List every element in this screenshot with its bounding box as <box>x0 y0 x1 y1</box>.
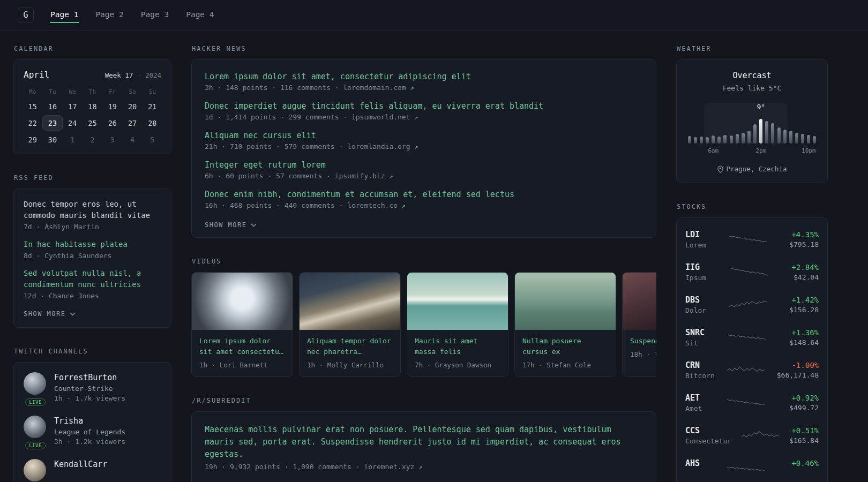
video-title-link[interactable]: Suspendisse diam <box>630 336 656 347</box>
subreddit-post-stats: 19h · 9,932 points · 1,090 comments · <box>205 463 360 471</box>
avatar-wrap <box>24 459 47 481</box>
video-thumbnail[interactable] <box>192 273 293 330</box>
video-thumbnail[interactable] <box>300 273 400 330</box>
stock-sparkline <box>727 363 765 378</box>
stock-symbol: SNRC <box>685 328 728 337</box>
hn-item-domain-link[interactable]: loremtech.co ↗ <box>347 201 406 209</box>
stock-symbol: DBS <box>685 295 729 305</box>
hn-item-domain-link[interactable]: loremlandia.org ↗ <box>347 142 418 150</box>
rss-item-title-link[interactable]: Sed volutpat nulla nisl, a condimentum n… <box>24 268 161 290</box>
calendar-day-headers: Mo Tu We Th Fr Sa Su <box>23 88 162 95</box>
calendar-day-current: 23 <box>42 115 62 131</box>
stock-change: +0.46% <box>765 459 819 468</box>
stock-change: +0.51% <box>779 426 819 435</box>
external-link-icon: ↗ <box>410 84 414 92</box>
video-card[interactable]: Mauris sit amet massa felis 7h · Grayson… <box>407 272 508 377</box>
twitch-channel[interactable]: LIVE ForrestBurton Counter-Strike 1h · 1… <box>24 372 161 402</box>
avatar[interactable] <box>24 459 46 481</box>
weather-bar-current <box>759 119 762 144</box>
stock-symbol: IIG <box>685 262 730 272</box>
weather-bar <box>688 136 691 144</box>
hn-item-domain-link[interactable]: ipsumworld.net ↗ <box>351 113 418 121</box>
calendar-day: 28 <box>143 115 162 131</box>
rss-item-title-link[interactable]: In hac habitasse platea <box>24 239 161 250</box>
avatar[interactable] <box>24 416 46 438</box>
subreddit-post-domain-link[interactable]: loremnet.xyz ↗ <box>364 463 422 471</box>
show-more-label: SHOW MORE <box>24 310 66 318</box>
hn-item-title-link[interactable]: Donec enim nibh, condimentum et accumsan… <box>205 190 643 199</box>
live-badge: LIVE <box>25 398 46 406</box>
page-tabs: Page 1 Page 2 Page 3 Page 4 <box>50 0 215 30</box>
stock-price: $66,171.48 <box>765 371 819 380</box>
stock-price <box>765 469 819 478</box>
live-badge: LIVE <box>25 442 46 449</box>
video-card[interactable]: Lorem ipsum dolor sit amet consectetu… 1… <box>191 272 293 377</box>
rss-item-meta: 8d · Cynthia Saunders <box>24 252 161 260</box>
stock-name <box>685 470 727 478</box>
weather-chart: 9° <box>686 103 818 144</box>
video-thumbnail[interactable] <box>515 273 616 330</box>
rss-show-more-button[interactable]: SHOW MORE <box>24 310 76 318</box>
hn-item-domain: ipsumworld.net <box>351 113 410 121</box>
stock-name: Amet <box>685 404 727 413</box>
calendar-day: 17 <box>63 99 83 114</box>
stock-row: IIG Ipsum +2.84% $42.04 <box>685 256 819 289</box>
hackernews-card: Lorem ipsum dolor sit amet, consectetur … <box>191 59 656 238</box>
app-logo[interactable]: G <box>18 7 34 23</box>
weather-bar <box>700 137 703 144</box>
video-title-link[interactable]: Nullam posuere cursus ex <box>522 336 608 357</box>
channel-name[interactable]: Trisha <box>54 416 125 426</box>
hn-item-domain: loremtech.co <box>347 201 398 209</box>
hn-item-title-link[interactable]: Integer eget rutrum lorem <box>205 160 643 170</box>
stock-change: +4.35% <box>767 230 819 239</box>
video-card[interactable]: Aliquam tempor dolor nec pharetra… 1h · … <box>299 272 401 377</box>
stock-change: +2.84% <box>768 263 819 272</box>
weather-bar <box>783 130 787 144</box>
hn-item-domain: ipsumify.biz <box>335 172 385 180</box>
tab-page-1[interactable]: Page 1 <box>50 7 79 23</box>
stock-sparkline <box>729 232 767 247</box>
hn-item-domain-link[interactable]: loremdomain.com ↗ <box>343 84 414 92</box>
twitch-channel[interactable]: LIVE Trisha League of Legends 3h · 1.2k … <box>24 416 161 446</box>
stock-name: Sit <box>685 339 728 348</box>
video-thumbnail[interactable] <box>623 273 656 330</box>
video-title-link[interactable]: Lorem ipsum dolor sit amet consectetu… <box>199 336 285 357</box>
channel-name[interactable]: KendallCarr <box>54 460 107 469</box>
calendar-day: 2 <box>83 132 102 147</box>
hn-show-more-button[interactable]: SHOW MORE <box>205 221 257 229</box>
video-card[interactable]: Nullam posuere cursus ex 17h · Stefan Co… <box>514 272 616 377</box>
avatar-wrap: LIVE <box>24 416 47 446</box>
stock-name: Lorem <box>685 241 729 250</box>
calendar-year: · 2024 <box>137 71 161 79</box>
hn-item-title-link[interactable]: Aliquam nec cursus elit <box>205 131 643 140</box>
tab-page-2[interactable]: Page 2 <box>95 7 124 23</box>
weather-bar <box>801 134 804 144</box>
weather-bar <box>789 131 792 144</box>
weather-feels-like: Feels like 5°C <box>686 84 818 92</box>
hn-item: Integer eget rutrum lorem 6h · 60 points… <box>205 160 643 180</box>
video-thumbnail[interactable] <box>407 273 508 330</box>
subreddit-post-title-link[interactable]: Maecenas mollis pulvinar erat non posuer… <box>205 424 643 461</box>
hn-item-title-link[interactable]: Donec imperdiet augue tincidunt felis al… <box>205 101 643 111</box>
hn-item-domain-link[interactable]: ipsumify.biz ↗ <box>335 172 393 180</box>
stock-sparkline <box>730 265 768 280</box>
channel-name[interactable]: ForrestBurton <box>54 373 125 382</box>
video-title-link[interactable]: Aliquam tempor dolor nec pharetra… <box>307 336 393 357</box>
page-content: CALENDAR April Week 17 · 2024 Mo Tu We T… <box>0 31 868 482</box>
stock-sparkline <box>727 461 765 476</box>
twitch-channel[interactable]: KendallCarr <box>24 459 161 481</box>
avatar[interactable] <box>24 372 46 395</box>
top-nav: G Page 1 Page 2 Page 3 Page 4 <box>0 0 868 31</box>
rss-item-title-link[interactable]: Donec tempor eros leo, ut commodo mauris… <box>24 199 161 221</box>
stock-name: Dolor <box>685 306 729 315</box>
video-title-link[interactable]: Mauris sit amet massa felis <box>415 336 500 357</box>
stock-price: $795.18 <box>767 240 819 249</box>
rss-card: Donec tempor eros leo, ut commodo mauris… <box>13 189 171 328</box>
tab-page-3[interactable]: Page 3 <box>140 7 169 23</box>
hn-item-title-link[interactable]: Lorem ipsum dolor sit amet, consectetur … <box>205 72 643 81</box>
tab-page-4[interactable]: Page 4 <box>185 7 214 23</box>
stock-price: $165.84 <box>779 436 819 445</box>
video-card[interactable]: Suspendisse diam 18h · Tara <box>622 272 656 377</box>
section-title-rss: RSS FEED <box>14 174 171 182</box>
stock-symbol: LDI <box>685 230 729 239</box>
